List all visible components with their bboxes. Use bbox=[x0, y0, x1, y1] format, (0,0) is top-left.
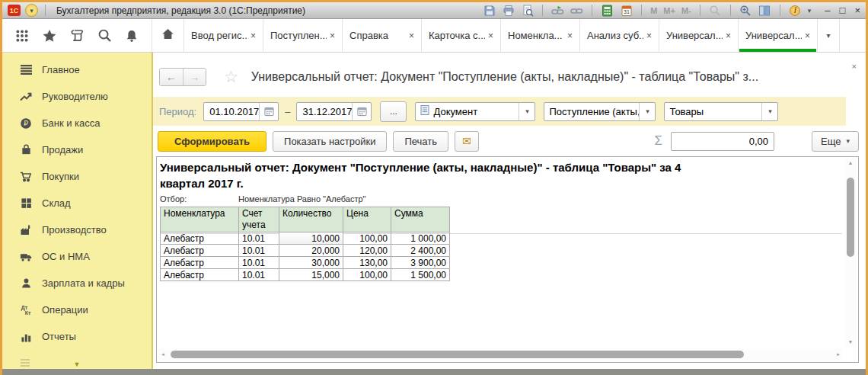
sidebar-item-zarplata-i-kadry[interactable]: Зарплата и кадры bbox=[2, 270, 152, 296]
cell-quantity[interactable]: 20,000 bbox=[279, 245, 343, 257]
cell-price[interactable]: 130,00 bbox=[343, 257, 391, 269]
tab-overflow-button[interactable]: ▾ bbox=[817, 19, 840, 52]
scroll-up-icon[interactable]: ▲ bbox=[848, 159, 854, 168]
cell-quantity-selected[interactable]: 10,000 bbox=[279, 232, 343, 245]
sidebar-item-bank-i-kassa[interactable]: ₽Банк и касса bbox=[2, 110, 152, 136]
cell-price[interactable]: 100,00 bbox=[343, 232, 391, 245]
search-icon[interactable] bbox=[97, 28, 112, 43]
print-preview-icon[interactable] bbox=[521, 4, 534, 17]
chevron-down-icon[interactable]: ▾ bbox=[808, 7, 812, 14]
tab-universal-2-active[interactable]: Универсал...× bbox=[738, 19, 817, 52]
cell-quantity[interactable]: 30,000 bbox=[279, 257, 343, 269]
favorites-star-icon[interactable] bbox=[42, 28, 57, 43]
close-icon[interactable]: × bbox=[409, 30, 414, 41]
memory-add-button[interactable]: M+ bbox=[663, 6, 675, 15]
header-sum[interactable]: Сумма bbox=[391, 207, 450, 232]
go-to-link-icon[interactable] bbox=[570, 4, 583, 17]
cell-account[interactable]: 10.01 bbox=[239, 245, 279, 257]
chevron-down-icon[interactable]: ▾ bbox=[639, 103, 655, 120]
tab-vvod-registr[interactable]: Ввод регис...× bbox=[183, 19, 263, 52]
split-window-icon[interactable] bbox=[758, 4, 771, 17]
close-icon[interactable]: × bbox=[646, 30, 652, 41]
scroll-left-icon[interactable]: ◂ bbox=[158, 351, 168, 357]
tab-analiz-subkonto[interactable]: Анализ суб...× bbox=[579, 19, 659, 52]
cell-nomenclature[interactable]: Алебастр bbox=[161, 245, 239, 257]
favorite-star-icon[interactable]: ☆ bbox=[224, 68, 238, 86]
chevron-down-icon[interactable]: ▾ bbox=[761, 103, 777, 120]
close-button[interactable]: × bbox=[854, 5, 860, 16]
zoom-icon[interactable] bbox=[739, 4, 752, 17]
horizontal-scrollbar[interactable]: ◂ ▸ bbox=[158, 348, 843, 361]
cell-sum[interactable]: 2 400,00 bbox=[391, 245, 450, 257]
cell-account[interactable]: 10.01 bbox=[239, 269, 279, 281]
memory-recall-button[interactable]: M bbox=[650, 6, 657, 15]
cell-price[interactable]: 120,00 bbox=[343, 245, 391, 257]
cell-nomenclature[interactable]: Алебастр bbox=[161, 232, 239, 245]
tab-postuplenie[interactable]: Поступлен...× bbox=[263, 19, 342, 52]
close-icon[interactable]: × bbox=[251, 30, 256, 41]
main-menu-button[interactable]: ▾ bbox=[25, 4, 38, 17]
cell-account[interactable]: 10.01 bbox=[239, 257, 279, 269]
sidebar-item-sklad[interactable]: Склад bbox=[2, 190, 152, 216]
cell-account[interactable]: 10.01 bbox=[239, 232, 279, 245]
horizontal-scroll-track[interactable] bbox=[168, 348, 834, 361]
sidebar-item-os-i-nma[interactable]: ОС и НМА bbox=[2, 243, 152, 270]
maximize-button[interactable]: □ bbox=[840, 5, 846, 16]
horizontal-scroll-thumb[interactable] bbox=[171, 351, 744, 358]
forward-button[interactable]: → bbox=[183, 69, 206, 85]
calculator-icon[interactable] bbox=[601, 4, 614, 17]
sidebar-item-proizvodstvo[interactable]: Производство bbox=[2, 216, 152, 243]
tab-universal-1[interactable]: Универсал...× bbox=[659, 19, 738, 52]
vertical-scroll-thumb[interactable] bbox=[847, 178, 854, 257]
close-icon[interactable]: × bbox=[726, 30, 731, 41]
close-icon[interactable]: × bbox=[330, 30, 335, 41]
table-part-select[interactable]: Товары ▾ bbox=[664, 102, 778, 121]
tab-spravka[interactable]: Справка× bbox=[342, 19, 421, 52]
search-icon[interactable] bbox=[709, 4, 722, 17]
calendar-picker-icon[interactable] bbox=[259, 103, 278, 120]
sidebar-item-glavnoe[interactable]: Главное bbox=[2, 56, 152, 83]
chevron-down-icon[interactable]: ▾ bbox=[519, 103, 535, 120]
show-settings-button[interactable]: Показать настройки bbox=[273, 131, 387, 152]
save-icon[interactable] bbox=[483, 4, 496, 17]
sidebar-item-otchety[interactable]: Отчеты bbox=[2, 323, 152, 350]
close-icon[interactable]: × bbox=[805, 30, 810, 41]
tab-kartochka[interactable]: Карточка с...× bbox=[421, 19, 500, 52]
close-icon[interactable]: × bbox=[488, 30, 493, 41]
header-price[interactable]: Цена bbox=[343, 207, 391, 232]
sidebar-item-operacii[interactable]: ДтКтОперации bbox=[2, 296, 152, 323]
more-button[interactable]: Еще▾ bbox=[812, 131, 859, 152]
header-account[interactable]: Счет учета bbox=[239, 207, 279, 232]
sidebar-item-rukovoditelyu[interactable]: Руководителю bbox=[2, 83, 152, 110]
memory-subtract-button[interactable]: M- bbox=[681, 6, 691, 15]
vertical-scrollbar[interactable]: ▲ ▼ bbox=[844, 159, 857, 347]
header-nomenclature[interactable]: Номенклатура bbox=[161, 207, 239, 232]
cell-nomenclature[interactable]: Алебастр bbox=[161, 257, 239, 269]
date-from-input[interactable] bbox=[204, 106, 259, 117]
home-tab[interactable] bbox=[152, 19, 183, 52]
cell-sum[interactable]: 1 000,00 bbox=[391, 232, 450, 245]
info-icon[interactable]: i bbox=[789, 4, 802, 17]
cell-price[interactable]: 100,00 bbox=[343, 269, 391, 281]
back-button[interactable]: ← bbox=[160, 69, 183, 85]
get-link-icon[interactable] bbox=[551, 4, 564, 17]
history-icon[interactable] bbox=[69, 28, 85, 43]
calendar-picker-icon[interactable] bbox=[352, 103, 371, 120]
date-to-input[interactable] bbox=[297, 106, 352, 117]
calendar-icon[interactable]: 31 bbox=[620, 4, 633, 17]
send-email-button[interactable]: ✉ bbox=[455, 131, 479, 152]
sidebar-item-prodazhi[interactable]: Продажи bbox=[2, 136, 152, 163]
vertical-scroll-track[interactable] bbox=[844, 168, 857, 338]
print-icon[interactable] bbox=[502, 4, 515, 17]
tab-nomenklatura[interactable]: Номенкла...× bbox=[500, 19, 579, 52]
sidebar-more-chevron[interactable]: ▼ bbox=[2, 361, 152, 368]
scroll-right-icon[interactable]: ▸ bbox=[834, 351, 843, 357]
print-button[interactable]: Печать bbox=[393, 131, 448, 152]
header-quantity[interactable]: Количество bbox=[279, 207, 343, 232]
close-icon[interactable]: × bbox=[567, 30, 573, 41]
cell-quantity[interactable]: 15,000 bbox=[279, 269, 343, 281]
apps-grid-icon[interactable] bbox=[14, 28, 30, 43]
period-more-button[interactable]: ... bbox=[380, 101, 407, 122]
minimize-button[interactable]: – bbox=[825, 5, 830, 16]
data-type-select[interactable]: Документ ▾ bbox=[415, 102, 535, 121]
